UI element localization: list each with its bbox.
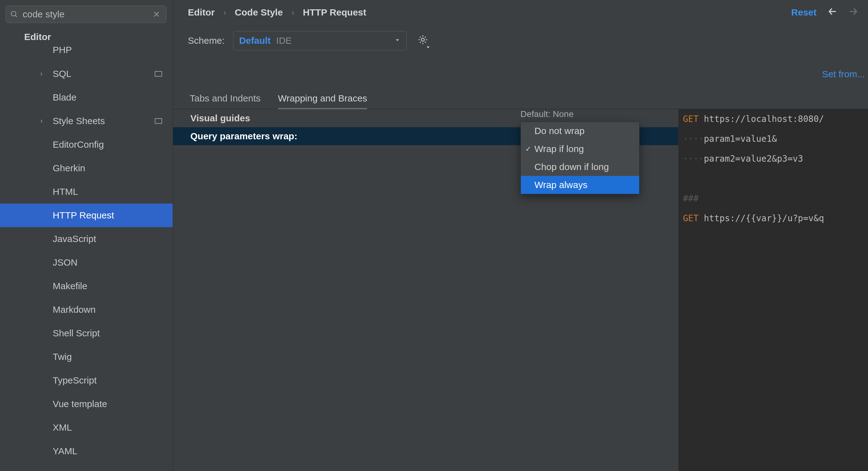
visual-guides-default-text: Default: None xyxy=(521,109,574,119)
sidebar-item-twig[interactable]: Twig xyxy=(0,345,173,369)
panel-icon xyxy=(155,71,162,77)
sidebar-item-label: Blade xyxy=(53,92,76,103)
code-dim: ### xyxy=(683,193,699,204)
sidebar-item-json[interactable]: JSON xyxy=(0,251,173,274)
chevron-right-icon: › xyxy=(40,70,42,78)
sidebar-item-php[interactable]: PHP xyxy=(0,45,173,62)
setting-visual-guides-label: Visual guides xyxy=(190,113,250,123)
scheme-actions-gear-icon[interactable] xyxy=(417,34,428,48)
dropdown-option-label: Do not wrap xyxy=(534,126,585,136)
code-line xyxy=(679,169,868,189)
dropdown-option-label: Chop down if long xyxy=(534,161,609,172)
sidebar-item-label: YAML xyxy=(53,446,77,457)
code-text: param1=value1& xyxy=(704,133,777,145)
sidebar-item-label: Shell Script xyxy=(53,328,100,338)
code-line: GET https://localhost:8080/ xyxy=(679,109,868,129)
sidebar-item-label: Makefile xyxy=(53,281,87,291)
chevron-right-icon: › xyxy=(291,8,294,18)
breadcrumb-item[interactable]: Code Style xyxy=(235,7,283,18)
dropdown-option-do-not-wrap[interactable]: Do not wrap xyxy=(521,122,639,140)
dropdown-option-label: Wrap always xyxy=(534,180,587,190)
code-keyword: GET xyxy=(683,212,704,224)
code-dim: ···· xyxy=(683,133,704,145)
svg-marker-4 xyxy=(396,39,399,41)
sidebar-item-html[interactable]: HTML xyxy=(0,180,173,204)
code-text: param2=value2&p3=v3 xyxy=(704,153,803,165)
sidebar-item-label: HTTP Request xyxy=(53,210,114,220)
scheme-scope: IDE xyxy=(276,35,292,46)
sidebar-item-label: JSON xyxy=(53,257,78,268)
sidebar-item-sql[interactable]: ›SQL xyxy=(0,62,173,86)
search-row: ✕ xyxy=(0,0,173,29)
sidebar-item-label: Gherkin xyxy=(53,163,85,173)
search-input[interactable] xyxy=(18,9,151,20)
scheme-label: Scheme: xyxy=(188,35,224,46)
check-icon: ✓ xyxy=(525,145,531,153)
code-line: ### xyxy=(679,189,868,208)
sidebar-item-style-sheets[interactable]: ›Style Sheets xyxy=(0,109,173,133)
set-from-link[interactable]: Set from... xyxy=(822,69,865,80)
main-panel: Editor›Code Style›HTTP Request Reset Sch… xyxy=(173,0,868,471)
code-keyword: GET xyxy=(683,113,704,125)
chevron-right-icon: › xyxy=(223,8,226,18)
code-line: ····param1=value1& xyxy=(679,129,868,149)
sidebar-item-label: Style Sheets xyxy=(53,116,105,126)
sidebar-item-label: XML xyxy=(53,422,72,433)
topbar: Editor›Code Style›HTTP Request Reset xyxy=(173,0,868,25)
svg-marker-6 xyxy=(427,46,430,48)
sidebar-item-makefile[interactable]: Makefile xyxy=(0,274,173,298)
sidebar-item-typescript[interactable]: TypeScript xyxy=(0,369,173,392)
chevron-down-icon xyxy=(394,36,401,46)
sidebar-item-http-request[interactable]: HTTP Request xyxy=(0,204,173,227)
sidebar-item-xml[interactable]: XML xyxy=(0,416,173,439)
settings-sidebar: ✕ Editor PHP›SQLBlade›Style SheetsEditor… xyxy=(0,0,173,471)
sidebar-item-label: EditorConfig xyxy=(53,139,104,150)
sidebar-item-vue-template[interactable]: Vue template xyxy=(0,392,173,416)
code-text: https://localhost:8080/ xyxy=(704,113,824,125)
code-line: ····param2=value2&p3=v3 xyxy=(679,149,868,169)
svg-line-1 xyxy=(15,15,17,17)
breadcrumb: Editor›Code Style›HTTP Request xyxy=(188,7,366,18)
dropdown-option-wrap-always[interactable]: Wrap always xyxy=(521,176,639,194)
sidebar-item-markdown[interactable]: Markdown xyxy=(0,298,173,321)
sidebar-item-shell-script[interactable]: Shell Script xyxy=(0,321,173,345)
tab-tabs-and-indents[interactable]: Tabs and Indents xyxy=(190,90,261,109)
panel-icon xyxy=(155,118,162,124)
scheme-select[interactable]: Default IDE xyxy=(233,31,407,50)
breadcrumb-item[interactable]: Editor xyxy=(188,7,215,18)
search-box[interactable]: ✕ xyxy=(6,6,166,23)
sidebar-item-label: HTML xyxy=(53,186,78,197)
reset-link[interactable]: Reset xyxy=(791,7,816,18)
search-icon xyxy=(10,10,18,18)
tabs: Tabs and IndentsWrapping and Braces xyxy=(173,90,868,109)
chevron-right-icon: › xyxy=(40,117,42,125)
sidebar-item-yaml[interactable]: YAML xyxy=(0,439,173,463)
dropdown-option-label: Wrap if long xyxy=(534,144,584,154)
sidebar-item-label: TypeScript xyxy=(53,375,97,386)
sidebar-item-label: PHP xyxy=(53,45,72,55)
sidebar-item-javascript[interactable]: JavaScript xyxy=(0,227,173,251)
query-wrap-dropdown[interactable]: Do not wrap✓Wrap if longChop down if lon… xyxy=(521,122,640,194)
sidebar-item-editorconfig[interactable]: EditorConfig xyxy=(0,133,173,156)
tab-wrapping-and-braces[interactable]: Wrapping and Braces xyxy=(278,90,367,109)
code-text xyxy=(683,173,688,185)
dropdown-option-wrap-if-long[interactable]: ✓Wrap if long xyxy=(521,140,639,158)
setting-query-wrap-label: Query parameters wrap: xyxy=(190,131,297,142)
nav-forward-icon[interactable] xyxy=(848,6,859,19)
scheme-row: Scheme: Default IDE xyxy=(173,25,868,56)
scheme-name: Default xyxy=(239,35,271,46)
clear-search-icon[interactable]: ✕ xyxy=(151,9,162,20)
dropdown-option-chop-down-if-long[interactable]: Chop down if long xyxy=(521,158,639,176)
svg-point-5 xyxy=(422,38,425,41)
sidebar-item-gherkin[interactable]: Gherkin xyxy=(0,156,173,180)
code-preview: GET https://localhost:8080/····param1=va… xyxy=(678,109,868,471)
svg-point-0 xyxy=(11,11,16,16)
code-line: GET https://{{var}}/u?p=v&q xyxy=(679,208,868,228)
breadcrumb-item: HTTP Request xyxy=(303,7,366,18)
sidebar-item-blade[interactable]: Blade xyxy=(0,86,173,109)
code-dim: ···· xyxy=(683,153,704,165)
sidebar-section-editor[interactable]: Editor xyxy=(0,29,173,45)
nav-back-icon[interactable] xyxy=(827,6,838,19)
sidebar-item-label: JavaScript xyxy=(53,234,96,244)
sidebar-item-label: Markdown xyxy=(53,304,95,315)
